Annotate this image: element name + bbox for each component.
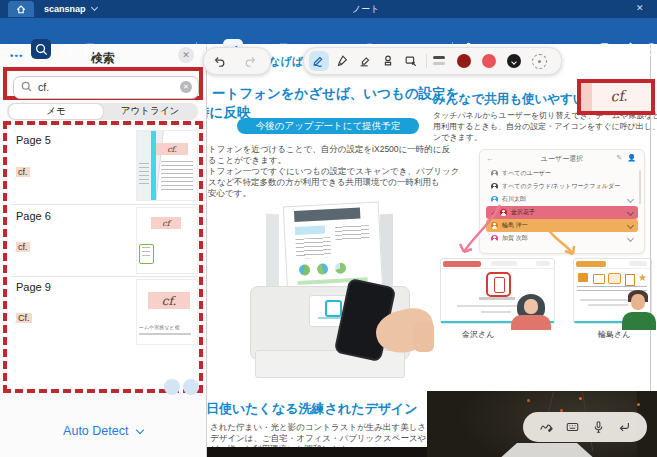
- tab-memo[interactable]: メモ: [9, 104, 103, 119]
- thumb-highlight-strip: [151, 131, 156, 200]
- result-thumbnail: cf. ームや家族など複: [136, 279, 198, 345]
- video-player[interactable]: [427, 391, 657, 457]
- receipt-icon: [625, 274, 635, 286]
- result-thumbnail: cf: [136, 207, 198, 274]
- redo-icon[interactable]: [241, 51, 261, 71]
- color-swatch-darkred[interactable]: [457, 54, 471, 68]
- more-icon[interactable]: [641, 39, 657, 59]
- thumb-cf-tag: cf.: [148, 292, 190, 309]
- avatar-woman: [505, 294, 557, 330]
- segmented-control: メモ アウトライン: [7, 103, 198, 120]
- face: [631, 294, 645, 310]
- share-icon[interactable]: [620, 39, 640, 59]
- auto-detect-button[interactable]: Auto Detect: [0, 424, 206, 438]
- color-swatch-red[interactable]: [482, 54, 496, 68]
- paper-header: [294, 208, 360, 222]
- app-window: つなげば、い ートフォンをかざせば、いつもの設定を 時に反映 今後のアップデート…: [0, 0, 657, 457]
- rotate-sparkle-icon[interactable]: [55, 39, 75, 59]
- screenshot-select-icon[interactable]: [401, 51, 421, 71]
- search-icon[interactable]: [31, 39, 51, 59]
- chevron-down-icon: [627, 209, 634, 216]
- shirt: [622, 312, 656, 330]
- device-chip: [491, 261, 517, 266]
- page-settings-icon[interactable]: [79, 39, 99, 59]
- search-input-value[interactable]: cf.: [38, 81, 49, 93]
- pen-tool-icon[interactable]: [309, 51, 329, 71]
- home-button[interactable]: [8, 1, 34, 17]
- topbar-icons: [536, 261, 550, 266]
- section1-body-line: トフォンを近づけることで、自分の設定をiX2500に一時的に反: [208, 144, 450, 155]
- section1-banner: 今後のアップデートにて提供予定: [237, 118, 419, 134]
- main-toolbar: [0, 18, 657, 44]
- user-icon: [491, 170, 498, 177]
- fountain-pen-icon[interactable]: [332, 51, 352, 71]
- undo-redo-pill: [203, 47, 271, 75]
- section1-heading-line1: ートフォンをかざせば、いつもの設定を: [212, 85, 459, 103]
- pill-divider: [426, 54, 427, 68]
- color-picker-icon[interactable]: [532, 54, 547, 69]
- chevron-down-icon: [136, 426, 144, 434]
- section3-body-line: された佇まい・光と影のコントラストが生み出す美しさを活か: [210, 422, 452, 433]
- search-field[interactable]: cf. ✕: [13, 76, 199, 99]
- scroll-dot: [164, 379, 180, 395]
- highlighter-icon[interactable]: [355, 51, 375, 71]
- tab-outline[interactable]: アウトライン: [103, 104, 197, 119]
- thumb-doc-lines: [142, 247, 150, 257]
- chevron-down-icon: [627, 196, 634, 203]
- stamp-icon[interactable]: [378, 51, 398, 71]
- handwritten-cf: cf.: [598, 84, 639, 109]
- paper-accent: [295, 225, 325, 235]
- auto-detect-label: Auto Detect: [63, 424, 128, 438]
- tab-strip: scansnap ノート ✕: [0, 0, 657, 18]
- berry: [527, 399, 530, 402]
- user-chip: [443, 261, 481, 267]
- section1-body-line: ることができます。: [208, 155, 286, 166]
- result-thumbnail: cf.: [136, 130, 198, 201]
- scribble-icon[interactable]: [539, 420, 553, 434]
- text-icon[interactable]: [273, 39, 293, 59]
- avatar-man: [620, 290, 657, 330]
- network-folder-icon: [608, 273, 621, 284]
- face: [524, 299, 538, 314]
- edit-icon: ✎: [616, 154, 622, 162]
- dictation-icon[interactable]: [592, 420, 605, 434]
- clear-icon[interactable]: ✕: [180, 81, 192, 93]
- stroke-thickness-icon[interactable]: [433, 56, 445, 66]
- paper-lines: [295, 237, 331, 259]
- search-result-page9[interactable]: Page 9 Cf. cf. ームや家族など複: [7, 277, 199, 381]
- scroll-dot: [183, 379, 199, 395]
- search-result-page6[interactable]: Page 6 cf. cf: [7, 205, 199, 275]
- navigator-panel-icon[interactable]: [7, 39, 27, 59]
- sidebar-close-button[interactable]: ✕: [178, 47, 194, 63]
- paper-chart: [335, 262, 347, 274]
- chevron-down-icon: [91, 4, 98, 11]
- pen-options-pill: [303, 47, 562, 75]
- tab-close-icon[interactable]: ✕: [636, 3, 644, 13]
- thumb-cf-tag: cf: [151, 217, 181, 229]
- phone-glyph: [494, 277, 505, 293]
- magnifier-icon: [20, 80, 33, 93]
- annotation-red-box: cf.: [577, 79, 655, 115]
- return-key-icon[interactable]: [617, 420, 631, 434]
- mini-topbar: [441, 259, 554, 269]
- undo-icon[interactable]: [209, 51, 229, 71]
- section1-body-line: トフォン一つですぐにいつもの設定でスキャンでき、パブリック: [208, 166, 459, 177]
- highlight-strip: [581, 83, 592, 111]
- tab-note[interactable]: ノート: [352, 0, 379, 18]
- add-user-icon: 👤: [627, 154, 636, 162]
- paper-chart: [317, 263, 329, 275]
- keyboard-icon[interactable]: [565, 420, 580, 434]
- folder-icon: [491, 183, 498, 190]
- section1-body-line: スなど不特定多数の方が利用できる共用環境での一時利用も: [208, 177, 440, 188]
- color-swatch-black[interactable]: [507, 54, 521, 68]
- tab-scansnap[interactable]: scansnap: [44, 0, 97, 18]
- thumb-lines: [161, 161, 193, 191]
- search-result-page5[interactable]: Page 5 cf. cf.: [7, 128, 199, 201]
- paper-chart: [299, 264, 311, 276]
- berry: [579, 397, 582, 400]
- tab-label: scansnap: [44, 4, 86, 14]
- caption-right: 輪島さん: [598, 329, 630, 340]
- add-page-icon[interactable]: [594, 39, 614, 59]
- paper-lines: [335, 225, 370, 241]
- annotation-results-box: Page 5 cf. cf. Page 6 cf. cf: [3, 121, 203, 393]
